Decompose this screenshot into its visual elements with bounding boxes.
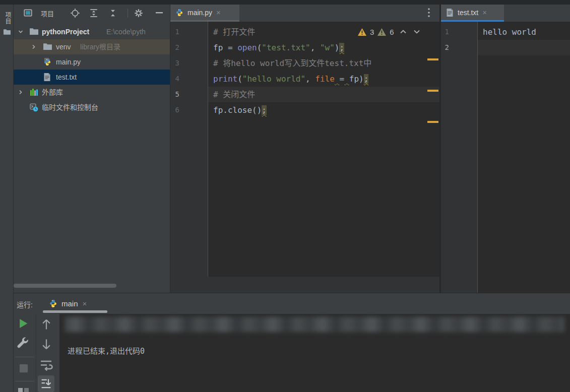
project-panel-header: 项目 xyxy=(14,5,170,21)
python-file-icon xyxy=(43,58,51,66)
editor-right-split: test.txt × 1 2 hello world xyxy=(441,5,570,293)
more-options-dots-icon[interactable] xyxy=(425,7,432,18)
error-stripe-mark[interactable] xyxy=(427,121,438,123)
project-panel: 项目 pythonProject E:\code\pyth xyxy=(14,5,170,293)
external-libraries-icon xyxy=(30,88,38,96)
window-top-strip xyxy=(0,0,570,5)
run-tab-title: main xyxy=(61,299,78,308)
code-line[interactable]: # 打开文件 xyxy=(213,24,255,40)
tree-label: pythonProject xyxy=(42,24,89,39)
python-file-icon xyxy=(175,9,183,17)
close-icon[interactable]: × xyxy=(83,300,87,307)
code-line[interactable]: # 关闭文件 xyxy=(213,87,255,102)
next-warning-icon[interactable] xyxy=(413,29,420,34)
line-number: 1 xyxy=(170,24,179,40)
tab-title: main.py xyxy=(187,9,212,17)
toolbar-separator xyxy=(128,9,128,18)
settings-gear-icon[interactable] xyxy=(134,9,143,18)
scroll-to-end-button[interactable] xyxy=(38,375,54,392)
expand-all-icon[interactable] xyxy=(89,9,98,18)
close-icon[interactable]: × xyxy=(482,9,487,16)
run-tool-window: 运行: main × 进程已结束,退出代码0 xyxy=(14,293,570,392)
tree-label: main.py xyxy=(56,54,81,70)
tree-row-venv[interactable]: venv library根目录 xyxy=(14,39,170,54)
editor-tabbar: main.py × xyxy=(170,5,439,22)
chevron-right-icon[interactable] xyxy=(31,44,37,50)
line-number-active: 5 xyxy=(170,87,179,102)
tree-label: 外部库 xyxy=(42,85,63,100)
weak-warning-icon xyxy=(377,28,386,36)
close-icon[interactable]: × xyxy=(216,9,221,16)
folder-icon xyxy=(4,29,13,35)
code-editor-area[interactable]: # 打开文件 fp = open("test.txt", "w"); # 将he… xyxy=(208,22,439,277)
stripe-button-project[interactable]: 项目 xyxy=(1,12,13,47)
editor-gutter[interactable]: 1 2 xyxy=(441,22,478,293)
python-icon xyxy=(49,299,57,308)
text-line[interactable]: hello world xyxy=(483,24,536,40)
scratches-consoles-icon xyxy=(30,103,38,112)
tree-row-test-txt[interactable]: test.txt xyxy=(14,70,170,85)
tree-row-main-py[interactable]: main.py xyxy=(14,54,170,70)
run-console[interactable]: 进程已结束,退出代码0 xyxy=(59,314,570,392)
arrow-up-icon[interactable] xyxy=(41,318,51,330)
weak-warning-count: 6 xyxy=(390,28,394,36)
tab-main-py[interactable]: main.py × xyxy=(170,5,239,20)
collapse-all-icon[interactable] xyxy=(108,9,117,18)
project-horizontal-scrollbar[interactable] xyxy=(14,284,116,288)
code-line[interactable]: fp = open("test.txt", "w"); xyxy=(213,40,344,55)
warning-count: 3 xyxy=(370,28,374,36)
toolbar-column-separator xyxy=(36,314,36,392)
line-number: 4 xyxy=(170,71,179,87)
wrench-settings-icon[interactable] xyxy=(17,337,29,349)
toolbar-separator xyxy=(15,357,34,357)
layout-settings-icon-partial[interactable] xyxy=(18,387,29,392)
editor-gutter[interactable]: 1 2 3 4 5 6 xyxy=(170,22,208,277)
toolbar-separator xyxy=(15,381,34,381)
editor-main-split: main.py × 1 2 3 4 5 6 # 打开文件 fp = open("… xyxy=(170,5,439,293)
error-stripe-mark[interactable] xyxy=(427,58,438,60)
soft-wrap-icon[interactable] xyxy=(39,358,53,372)
tree-label: venv xyxy=(56,39,71,54)
tree-row-scratches[interactable]: 临时文件和控制台 xyxy=(14,100,170,115)
arrow-down-icon[interactable] xyxy=(41,339,51,350)
tree-path-suffix: E:\code\pyth xyxy=(106,28,146,36)
editor-bottom-strip xyxy=(170,277,439,293)
text-file-icon xyxy=(446,9,454,17)
error-stripe-mark[interactable] xyxy=(427,90,438,92)
line-number: 1 xyxy=(441,24,449,40)
hide-panel-icon[interactable] xyxy=(156,12,163,14)
prev-warning-icon[interactable] xyxy=(400,29,407,34)
code-editor-area[interactable]: hello world xyxy=(478,22,570,293)
rerun-button[interactable] xyxy=(18,318,29,329)
tree-label: 临时文件和控制台 xyxy=(42,100,98,115)
tree-label: test.txt xyxy=(56,70,77,85)
line-number-active: 2 xyxy=(441,40,449,55)
tree-row-external-libraries[interactable]: 外部库 xyxy=(14,85,170,100)
code-line[interactable]: print("hello world", file = fp); xyxy=(213,71,368,87)
code-line[interactable]: fp.close(); xyxy=(213,102,267,118)
tree-row-pythonProject[interactable]: pythonProject E:\code\pyth xyxy=(14,24,170,39)
project-panel-title: 项目 xyxy=(41,9,54,18)
stop-button-disabled[interactable] xyxy=(19,363,29,373)
run-panel-label: 运行: xyxy=(17,299,33,309)
line-number: 6 xyxy=(170,102,179,118)
line-number: 3 xyxy=(170,55,179,71)
caret-line-highlight xyxy=(478,40,570,55)
folder-icon xyxy=(30,28,38,35)
run-tab-main[interactable]: main × xyxy=(49,296,87,311)
text-file-icon xyxy=(43,73,51,81)
project-toolwindow-icon xyxy=(24,9,32,17)
console-command-redacted xyxy=(65,317,564,332)
chevron-down-icon[interactable] xyxy=(18,29,24,35)
stripe-project-label: 项目 xyxy=(4,12,12,25)
tab-test-txt[interactable]: test.txt × xyxy=(441,5,504,20)
chevron-right-icon[interactable] xyxy=(18,89,24,95)
folder-icon xyxy=(43,43,52,50)
locate-file-icon[interactable] xyxy=(71,9,80,18)
warning-icon xyxy=(358,28,366,36)
tab-title: test.txt xyxy=(458,9,478,17)
console-exit-message: 进程已结束,退出代码0 xyxy=(68,345,145,356)
inspections-widget[interactable]: 3 6 xyxy=(358,27,420,37)
code-line[interactable]: # 将hello world写入到文件test.txt中 xyxy=(213,55,371,71)
run-tab-underline xyxy=(43,310,107,313)
